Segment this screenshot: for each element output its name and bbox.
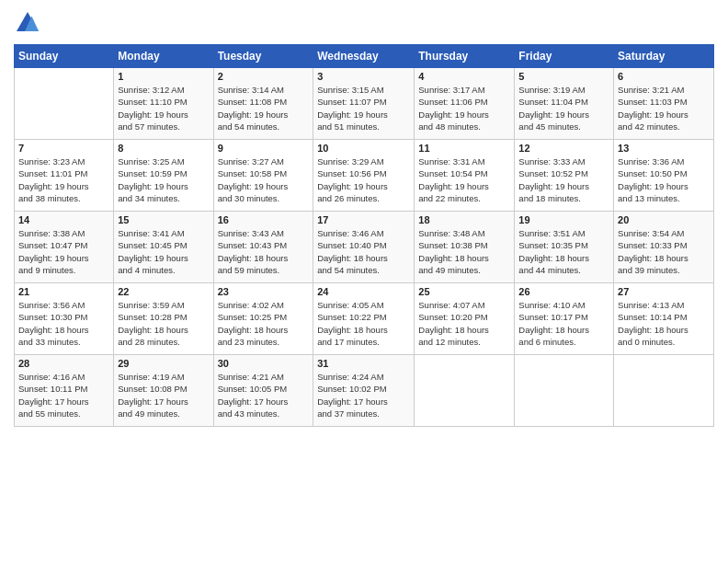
calendar-cell: 22Sunrise: 3:59 AMSunset: 10:28 PMDaylig… (114, 283, 213, 355)
day-number: 21 (18, 286, 109, 297)
calendar-cell: 25Sunrise: 4:07 AMSunset: 10:20 PMDaylig… (415, 283, 515, 355)
calendar-cell: 28Sunrise: 4:16 AMSunset: 10:11 PMDaylig… (15, 355, 114, 427)
calendar-cell: 6Sunrise: 3:21 AMSunset: 11:03 PMDayligh… (614, 68, 714, 140)
calendar-cell: 30Sunrise: 4:21 AMSunset: 10:05 PMDaylig… (213, 355, 313, 427)
header (14, 9, 714, 37)
day-info: Sunrise: 4:21 AMSunset: 10:05 PMDaylight… (218, 371, 310, 419)
day-number: 20 (618, 214, 710, 225)
day-number: 27 (618, 286, 710, 297)
day-number: 26 (518, 286, 609, 297)
header-row: SundayMondayTuesdayWednesdayThursdayFrid… (15, 45, 714, 68)
calendar-cell: 13Sunrise: 3:36 AMSunset: 10:50 PMDaylig… (614, 140, 714, 212)
calendar-cell: 23Sunrise: 4:02 AMSunset: 10:25 PMDaylig… (213, 283, 313, 355)
day-info: Sunrise: 3:56 AMSunset: 10:30 PMDaylight… (18, 299, 109, 348)
calendar-cell: 5Sunrise: 3:19 AMSunset: 11:04 PMDayligh… (515, 68, 614, 140)
weekday-header: Saturday (614, 45, 714, 68)
day-number: 9 (218, 143, 310, 154)
day-number: 8 (118, 143, 209, 154)
calendar-week-row: 7Sunrise: 3:23 AMSunset: 11:01 PMDayligh… (15, 140, 714, 212)
weekday-header: Friday (515, 45, 614, 68)
day-number: 1 (118, 71, 209, 82)
calendar-cell: 7Sunrise: 3:23 AMSunset: 11:01 PMDayligh… (15, 140, 114, 212)
calendar-cell: 8Sunrise: 3:25 AMSunset: 10:59 PMDayligh… (114, 140, 213, 212)
day-number: 18 (418, 214, 510, 225)
calendar-cell (515, 355, 614, 427)
calendar-cell: 2Sunrise: 3:14 AMSunset: 11:08 PMDayligh… (213, 68, 313, 140)
day-number: 28 (18, 358, 109, 369)
day-info: Sunrise: 4:16 AMSunset: 10:11 PMDaylight… (18, 371, 109, 419)
calendar-cell: 31Sunrise: 4:24 AMSunset: 10:02 PMDaylig… (313, 355, 415, 427)
day-info: Sunrise: 3:46 AMSunset: 10:40 PMDaylight… (317, 227, 410, 276)
day-number: 23 (218, 286, 310, 297)
day-number: 29 (118, 358, 209, 369)
day-info: Sunrise: 4:10 AMSunset: 10:17 PMDaylight… (518, 299, 609, 348)
day-number: 3 (317, 71, 410, 82)
day-number: 19 (518, 214, 609, 225)
day-info: Sunrise: 3:31 AMSunset: 10:54 PMDaylight… (418, 155, 510, 204)
day-info: Sunrise: 3:59 AMSunset: 10:28 PMDaylight… (118, 299, 209, 348)
calendar-cell: 16Sunrise: 3:43 AMSunset: 10:43 PMDaylig… (213, 212, 313, 283)
day-info: Sunrise: 4:02 AMSunset: 10:25 PMDaylight… (218, 299, 310, 348)
weekday-header: Thursday (415, 45, 515, 68)
day-number: 12 (518, 143, 609, 154)
calendar-cell: 20Sunrise: 3:54 AMSunset: 10:33 PMDaylig… (614, 212, 714, 283)
day-info: Sunrise: 3:12 AMSunset: 11:10 PMDaylight… (118, 84, 209, 132)
day-number: 15 (118, 214, 209, 225)
day-info: Sunrise: 3:15 AMSunset: 11:07 PMDaylight… (317, 84, 410, 132)
calendar-cell: 27Sunrise: 4:13 AMSunset: 10:14 PMDaylig… (614, 283, 714, 355)
day-info: Sunrise: 3:27 AMSunset: 10:58 PMDaylight… (218, 155, 310, 204)
day-info: Sunrise: 4:13 AMSunset: 10:14 PMDaylight… (618, 299, 710, 348)
day-number: 4 (418, 71, 510, 82)
calendar-cell: 1Sunrise: 3:12 AMSunset: 11:10 PMDayligh… (114, 68, 213, 140)
calendar-cell (415, 355, 515, 427)
day-number: 13 (618, 143, 710, 154)
day-number: 7 (18, 143, 109, 154)
calendar-week-row: 28Sunrise: 4:16 AMSunset: 10:11 PMDaylig… (15, 355, 714, 427)
day-number: 16 (218, 214, 310, 225)
calendar-table: SundayMondayTuesdayWednesdayThursdayFrid… (14, 44, 714, 427)
calendar-cell: 19Sunrise: 3:51 AMSunset: 10:35 PMDaylig… (515, 212, 614, 283)
page-container: SundayMondayTuesdayWednesdayThursdayFrid… (0, 0, 728, 436)
day-number: 22 (118, 286, 209, 297)
day-number: 2 (218, 71, 310, 82)
calendar-cell: 11Sunrise: 3:31 AMSunset: 10:54 PMDaylig… (415, 140, 515, 212)
calendar-cell (15, 68, 114, 140)
calendar-cell: 15Sunrise: 3:41 AMSunset: 10:45 PMDaylig… (114, 212, 213, 283)
day-number: 5 (518, 71, 609, 82)
day-info: Sunrise: 3:54 AMSunset: 10:33 PMDaylight… (618, 227, 710, 276)
calendar-cell: 26Sunrise: 4:10 AMSunset: 10:17 PMDaylig… (515, 283, 614, 355)
day-number: 30 (218, 358, 310, 369)
day-info: Sunrise: 3:29 AMSunset: 10:56 PMDaylight… (317, 155, 410, 204)
day-info: Sunrise: 3:17 AMSunset: 11:06 PMDaylight… (418, 84, 510, 132)
day-info: Sunrise: 3:19 AMSunset: 11:04 PMDaylight… (518, 84, 609, 132)
calendar-cell: 4Sunrise: 3:17 AMSunset: 11:06 PMDayligh… (415, 68, 515, 140)
day-number: 31 (317, 358, 410, 369)
day-info: Sunrise: 3:33 AMSunset: 10:52 PMDaylight… (518, 155, 609, 204)
calendar-cell: 12Sunrise: 3:33 AMSunset: 10:52 PMDaylig… (515, 140, 614, 212)
day-info: Sunrise: 3:36 AMSunset: 10:50 PMDaylight… (618, 155, 710, 204)
logo-icon (14, 9, 41, 37)
day-number: 24 (317, 286, 410, 297)
day-info: Sunrise: 3:41 AMSunset: 10:45 PMDaylight… (118, 227, 209, 276)
day-number: 25 (418, 286, 510, 297)
calendar-week-row: 14Sunrise: 3:38 AMSunset: 10:47 PMDaylig… (15, 212, 714, 283)
calendar-cell: 14Sunrise: 3:38 AMSunset: 10:47 PMDaylig… (15, 212, 114, 283)
day-number: 10 (317, 143, 410, 154)
day-number: 17 (317, 214, 410, 225)
day-info: Sunrise: 3:38 AMSunset: 10:47 PMDaylight… (18, 227, 109, 276)
calendar-cell: 18Sunrise: 3:48 AMSunset: 10:38 PMDaylig… (415, 212, 515, 283)
day-info: Sunrise: 3:51 AMSunset: 10:35 PMDaylight… (518, 227, 609, 276)
day-info: Sunrise: 4:19 AMSunset: 10:08 PMDaylight… (118, 371, 209, 419)
day-number: 14 (18, 214, 109, 225)
calendar-cell: 21Sunrise: 3:56 AMSunset: 10:30 PMDaylig… (15, 283, 114, 355)
day-info: Sunrise: 3:23 AMSunset: 11:01 PMDaylight… (18, 155, 109, 204)
calendar-cell: 9Sunrise: 3:27 AMSunset: 10:58 PMDayligh… (213, 140, 313, 212)
day-info: Sunrise: 3:48 AMSunset: 10:38 PMDaylight… (418, 227, 510, 276)
calendar-cell: 3Sunrise: 3:15 AMSunset: 11:07 PMDayligh… (313, 68, 415, 140)
day-info: Sunrise: 4:07 AMSunset: 10:20 PMDaylight… (418, 299, 510, 348)
weekday-header: Monday (114, 45, 213, 68)
calendar-cell (614, 355, 714, 427)
calendar-week-row: 1Sunrise: 3:12 AMSunset: 11:10 PMDayligh… (15, 68, 714, 140)
calendar-week-row: 21Sunrise: 3:56 AMSunset: 10:30 PMDaylig… (15, 283, 714, 355)
weekday-header: Wednesday (313, 45, 415, 68)
